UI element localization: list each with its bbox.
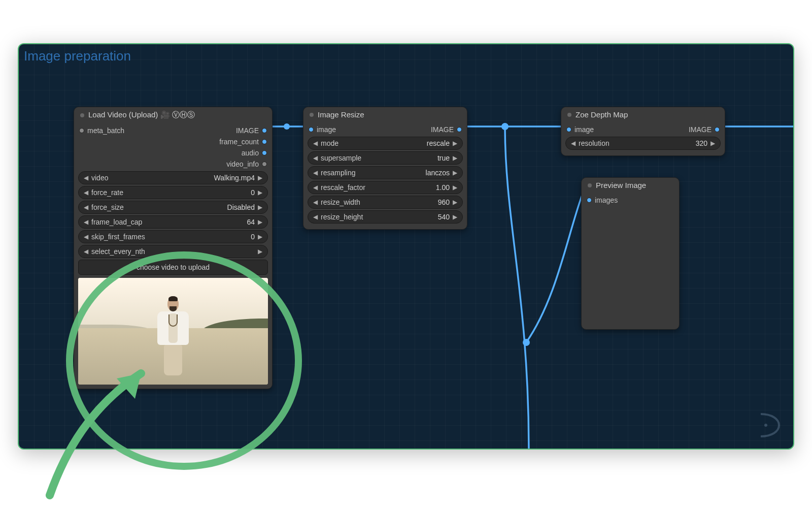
node-graph-canvas[interactable]: Image preparation Load Video (Upload) 🎥: [18, 43, 794, 450]
chevron-left-icon[interactable]: ◀: [312, 154, 319, 162]
output-label: frame_count: [219, 138, 259, 146]
choose-video-button[interactable]: choose video to upload: [78, 260, 268, 275]
chevron-left-icon[interactable]: ◀: [312, 199, 319, 206]
node-load-video[interactable]: Load Video (Upload) 🎥 ⓋⒽⓈ meta_batch IMA…: [74, 107, 273, 389]
collapse-dot-icon[interactable]: [567, 113, 571, 117]
input-port-image[interactable]: [566, 127, 571, 132]
param-resize-width[interactable]: ◀ resize_width 960 ▶: [308, 196, 463, 209]
input-port-images[interactable]: [587, 198, 592, 203]
node-title: Load Video (Upload) 🎥 ⓋⒽⓈ: [88, 110, 195, 120]
chevron-right-icon[interactable]: ▶: [257, 189, 263, 196]
node-header-load-video[interactable]: Load Video (Upload) 🎥 ⓋⒽⓈ: [74, 107, 272, 123]
node-preview-image[interactable]: Preview Image images: [581, 177, 680, 330]
output-port-video-info[interactable]: [262, 162, 267, 167]
chevron-left-icon[interactable]: ◀: [312, 213, 319, 220]
param-frame-load-cap[interactable]: ◀ frame_load_cap 64 ▶: [78, 215, 268, 229]
input-port-meta-batch[interactable]: [79, 128, 84, 133]
node-title: Preview Image: [596, 181, 646, 189]
chevron-left-icon[interactable]: ◀: [312, 140, 319, 147]
svg-point-0: [764, 424, 767, 427]
chevron-right-icon[interactable]: ▶: [452, 184, 458, 191]
output-port-image[interactable]: [715, 127, 720, 132]
chevron-right-icon[interactable]: ▶: [452, 140, 458, 147]
collapse-dot-icon[interactable]: [80, 113, 84, 117]
node-header-zoe-depth[interactable]: Zoe Depth Map: [561, 107, 725, 122]
param-supersample[interactable]: ◀ supersample true ▶: [308, 151, 463, 165]
chevron-left-icon[interactable]: ◀: [83, 233, 89, 240]
input-port-image[interactable]: [309, 127, 314, 132]
video-preview-thumbnail: [78, 278, 268, 385]
node-title: Zoe Depth Map: [576, 110, 628, 119]
collapse-dot-icon[interactable]: [588, 183, 592, 187]
chevron-right-icon[interactable]: ▶: [257, 204, 263, 211]
wire-junction-2: [501, 123, 509, 130]
chevron-right-icon[interactable]: ▶: [452, 213, 458, 220]
input-label: meta_batch: [87, 126, 124, 135]
output-port-audio[interactable]: [262, 150, 267, 155]
chevron-left-icon[interactable]: ◀: [570, 140, 577, 147]
param-mode[interactable]: ◀ mode rescale ▶: [308, 137, 463, 150]
watermark-logo-icon: [752, 409, 784, 441]
chevron-left-icon[interactable]: ◀: [312, 184, 319, 191]
chevron-left-icon[interactable]: ◀: [83, 174, 89, 181]
node-title: Image Resize: [318, 110, 364, 119]
chevron-left-icon[interactable]: ◀: [83, 204, 89, 211]
chevron-right-icon[interactable]: ▶: [257, 233, 263, 240]
param-resolution[interactable]: ◀ resolution 320 ▶: [565, 137, 721, 150]
chevron-left-icon[interactable]: ◀: [83, 248, 89, 255]
param-resize-height[interactable]: ◀ resize_height 540 ▶: [308, 210, 463, 224]
node-image-resize[interactable]: Image Resize image IMAGE ◀ mode rescale …: [303, 107, 467, 230]
input-label: image: [317, 125, 336, 134]
param-force-rate[interactable]: ◀ force_rate 0 ▶: [78, 186, 268, 199]
chevron-right-icon[interactable]: ▶: [257, 174, 263, 181]
wire-junction-1: [284, 123, 290, 130]
output-port-frame-count[interactable]: [262, 139, 267, 144]
chevron-right-icon[interactable]: ▶: [452, 199, 458, 206]
camera-emoji-icon: 🎥: [160, 110, 170, 119]
chevron-right-icon[interactable]: ▶: [257, 218, 263, 226]
param-force-size[interactable]: ◀ force_size Disabled ▶: [78, 201, 268, 214]
chevron-left-icon[interactable]: ◀: [83, 189, 89, 196]
group-title: Image preparation: [24, 48, 131, 64]
input-label: images: [595, 196, 618, 204]
node-header-preview-image[interactable]: Preview Image: [582, 178, 679, 193]
output-label: IMAGE: [236, 126, 259, 135]
canvas-grid[interactable]: Image preparation Load Video (Upload) 🎥: [19, 44, 793, 449]
output-port-image[interactable]: [457, 127, 462, 132]
collapse-dot-icon[interactable]: [310, 113, 314, 117]
vhs-badge-icon: ⓋⒽⓈ: [172, 110, 195, 119]
chevron-right-icon[interactable]: ▶: [452, 169, 458, 176]
param-select-every-nth[interactable]: ◀ select_every_nth ▶: [78, 245, 268, 258]
output-label: audio: [242, 149, 259, 157]
param-rescale-factor[interactable]: ◀ rescale_factor 1.00 ▶: [308, 181, 463, 194]
chevron-right-icon[interactable]: ▶: [709, 140, 716, 147]
chevron-left-icon[interactable]: ◀: [83, 218, 89, 226]
chevron-right-icon[interactable]: ▶: [257, 248, 263, 255]
chevron-right-icon[interactable]: ▶: [452, 154, 458, 162]
chevron-left-icon[interactable]: ◀: [312, 169, 319, 176]
output-port-image[interactable]: [262, 128, 267, 133]
node-header-image-resize[interactable]: Image Resize: [303, 107, 467, 122]
wire-resize-down: [505, 126, 529, 450]
wire-to-preview: [526, 195, 582, 342]
node-zoe-depth[interactable]: Zoe Depth Map image IMAGE ◀ resolution 3…: [561, 107, 725, 156]
input-label: image: [574, 125, 594, 134]
param-video[interactable]: ◀ video Walking.mp4 ▶: [78, 171, 268, 184]
param-skip-first-frames[interactable]: ◀ skip_first_frames 0 ▶: [78, 230, 268, 243]
output-label: video_info: [226, 160, 259, 168]
wire-junction-3: [523, 339, 530, 346]
output-label: IMAGE: [431, 125, 454, 134]
param-resampling[interactable]: ◀ resampling lanczos ▶: [308, 166, 463, 179]
output-label: IMAGE: [689, 125, 712, 134]
